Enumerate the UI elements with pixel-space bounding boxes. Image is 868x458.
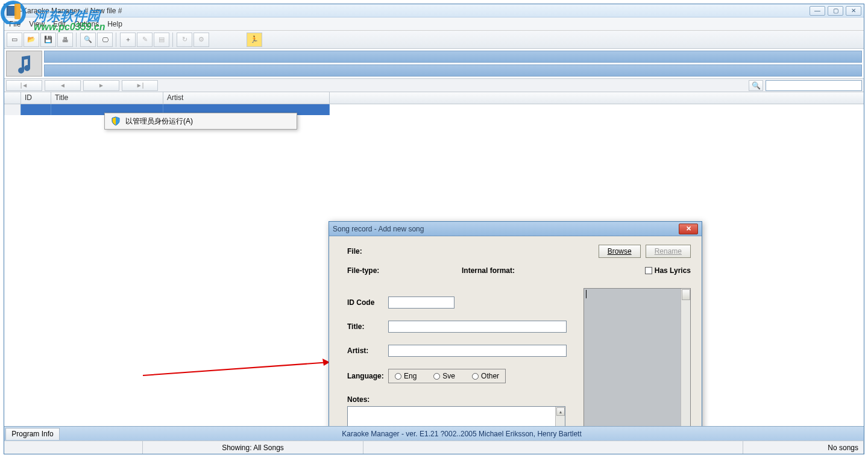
titlebar: -Karaoke Manager- # New file # — ▢ ✕ [4,4,864,17]
file-label: File: [347,247,383,256]
scroll-up-icon[interactable]: ▴ [556,407,565,416]
close-button[interactable]: ✕ [846,6,861,16]
window-controls: — ▢ ✕ [810,6,861,16]
program-info-tab[interactable]: Program Info [5,428,60,440]
idcode-label: ID Code [347,298,388,307]
col-header-id[interactable]: ID [21,92,51,104]
annotation-arrow [143,357,342,381]
scrollbar-vertical[interactable]: ▴ ▾ [555,407,565,426]
cell-id [21,104,51,115]
lang-other-radio[interactable]: Other [472,372,499,380]
lang-eng-radio[interactable]: Eng [395,372,417,380]
has-lyrics-checkbox[interactable] [645,267,652,274]
info-bar: Program Info Karaoke Manager - ver. E1.2… [4,426,864,441]
filetype-label: File-type: [347,266,462,275]
program-info-text: Karaoke Manager - ver. E1.21 ?002..2005 … [60,430,864,438]
idcode-input[interactable] [388,296,454,309]
monitor-icon[interactable]: 🖵 [97,33,113,47]
music-note-icon [6,51,42,77]
dialog-title: Song record - Add new song [333,225,679,233]
add-icon[interactable]: ＋ [120,33,136,47]
context-item-label: 以管理员身份运行(A) [125,116,193,127]
artist-label: Artist: [347,347,388,355]
dialog-titlebar: Song record - Add new song ✕ [329,222,702,236]
scroll-thumb[interactable] [682,289,690,300]
scrollbar-vertical[interactable] [681,289,690,426]
toolbar-separator [116,33,118,47]
title-bar-strip [44,51,862,63]
config-icon[interactable]: ⚙ [193,33,209,47]
notes-label: Notes: [347,395,370,404]
has-lyrics-label: Has Lyrics [655,266,691,275]
col-corner [4,92,21,104]
menu-view[interactable]: View [29,20,45,28]
exit-icon[interactable]: 🏃 [247,33,262,47]
song-record-dialog: Song record - Add new song ✕ File: Brows… [329,221,702,426]
toolbar: ▭ 📂 💾 🖶 🔍 🖵 ＋ ✎ ▤ ↻ ⚙ 🏃 [4,31,864,49]
menu-help[interactable]: Help [107,20,122,28]
context-menu: 以管理员身份运行(A) [104,113,297,130]
menubar: File View Edit Options Help [4,17,864,31]
window-title: -Karaoke Manager- # New file # [20,7,810,15]
toolbar-separator [172,33,175,47]
maximize-button[interactable]: ▢ [828,6,843,16]
minimize-button[interactable]: — [810,6,825,16]
app-icon [7,6,16,16]
save-icon[interactable]: 💾 [40,33,56,47]
refresh-icon[interactable]: ↻ [177,33,192,47]
menu-edit[interactable]: Edit [53,20,66,28]
nav-next-button[interactable]: ► [83,80,119,91]
browse-button[interactable]: Browse [599,245,641,258]
column-headers: ID Title Artist [4,92,864,104]
col-header-artist[interactable]: Artist [163,92,330,104]
artist-input[interactable] [388,345,567,357]
internal-format-label: Internal format: [462,266,645,275]
edit-icon[interactable]: ✎ [137,33,153,47]
row-handle [4,104,21,115]
status-cell-3 [363,441,743,454]
search-icon[interactable]: 🔍 [749,80,763,91]
new-icon[interactable]: ▭ [7,33,22,47]
language-label: Language: [347,372,388,380]
status-showing: Showing: All Songs [143,441,363,454]
notes-textarea[interactable]: ▴ ▾ [347,406,565,426]
rename-button[interactable]: Rename [646,245,691,258]
status-bar: Showing: All Songs No songs [4,441,864,454]
svg-line-0 [143,362,330,375]
header-strip [4,49,864,79]
search-input[interactable] [766,80,862,91]
lyrics-preview-panel[interactable]: ◂▸ [583,288,691,426]
find-icon[interactable]: 🔍 [80,33,96,47]
nav-row: |◄ ◄ ► ►| 🔍 [4,79,864,92]
context-run-as-admin[interactable]: 以管理员身份运行(A) [106,114,295,128]
title-input[interactable] [388,321,567,333]
language-group: Eng Sve Other [388,369,506,383]
props-icon[interactable]: ▤ [154,33,169,47]
open-icon[interactable]: 📂 [24,33,39,47]
shield-icon [111,116,121,126]
dialog-close-button[interactable]: ✕ [679,224,698,234]
print-icon[interactable]: 🖶 [57,33,73,47]
menu-file[interactable]: File [9,20,20,28]
nav-last-button[interactable]: ►| [122,80,158,91]
lang-sve-radio[interactable]: Sve [433,372,455,380]
status-nosongs: No songs [743,441,864,454]
nav-first-button[interactable]: |◄ [6,80,42,91]
title-label: Title: [347,322,388,331]
artist-bar-strip [44,64,862,77]
menu-options[interactable]: Options [74,20,99,28]
table-area: ID Title Artist 以管理员身份运行(A) Song record … [4,92,864,426]
status-cell-1 [4,441,143,454]
text-caret [586,290,587,298]
col-header-title[interactable]: Title [51,92,163,104]
main-window: -Karaoke Manager- # New file # — ▢ ✕ Fil… [4,4,864,454]
nav-prev-button[interactable]: ◄ [45,80,81,91]
toolbar-separator [76,33,78,47]
